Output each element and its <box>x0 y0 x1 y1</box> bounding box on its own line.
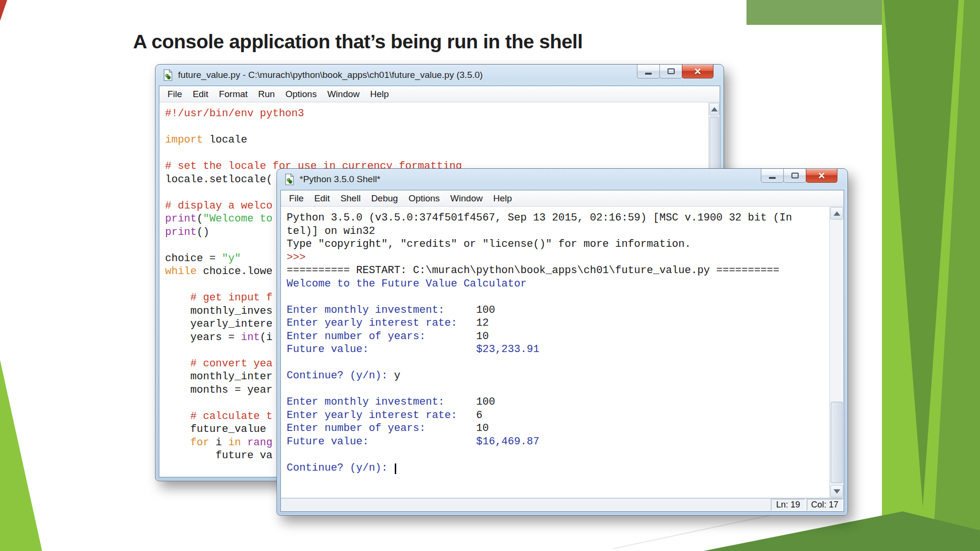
minimize-button[interactable] <box>761 169 784 183</box>
editor-window-title: future_value.py - C:\murach\python\book_… <box>178 70 483 80</box>
shell-line: Enter monthly investment: 100 <box>287 396 829 409</box>
editor-menubar: FileEditFormatRunOptionsWindowHelp <box>159 86 720 102</box>
maximize-button[interactable] <box>783 169 806 183</box>
shell-line: Enter yearly interest rate: 12 <box>287 317 829 330</box>
editor-scroll-up-button[interactable] <box>709 103 719 115</box>
code-line: #!/usr/bin/env python3 <box>165 107 708 121</box>
menu-item-format[interactable]: Format <box>213 89 253 99</box>
menu-item-run[interactable]: Run <box>253 89 280 99</box>
menu-item-window[interactable]: Window <box>445 193 488 204</box>
idle-shell-icon <box>283 173 296 186</box>
shell-line <box>287 290 829 304</box>
menu-item-shell[interactable]: Shell <box>335 193 366 204</box>
corner-accent-shape <box>0 0 7 21</box>
shell-line: >>> <box>287 251 829 264</box>
shell-scrollbar-thumb[interactable] <box>831 402 843 483</box>
minimize-button[interactable] <box>637 65 660 78</box>
shell-line: Welcome to the Future Value Calculator <box>287 277 829 291</box>
text-cursor <box>395 463 396 474</box>
shell-line: Continue? (y/n): <box>287 462 829 475</box>
code-line <box>165 147 708 160</box>
arrow-down-icon <box>834 489 840 494</box>
shell-line: Enter number of years: 10 <box>287 330 829 343</box>
page-title: A console application that’s being run i… <box>133 31 583 53</box>
shell-window-controls: ✕ <box>761 169 837 183</box>
menu-item-edit[interactable]: Edit <box>309 193 335 204</box>
shell-line: Type "copyright", "credits" or "license(… <box>287 238 829 251</box>
shell-scroll-up-button[interactable] <box>830 207 843 220</box>
bottom-left-green-wedge <box>0 360 42 551</box>
menu-item-edit[interactable]: Edit <box>188 89 214 99</box>
maximize-button[interactable] <box>659 65 682 78</box>
editor-window-controls: ✕ <box>637 65 713 78</box>
shell-line: Enter yearly interest rate: 6 <box>287 409 829 422</box>
arrow-up-icon <box>711 107 718 111</box>
menu-item-help[interactable]: Help <box>365 89 394 99</box>
close-icon: ✕ <box>818 171 825 180</box>
top-green-strip <box>746 0 882 25</box>
line-indicator: Ln: 19 <box>771 499 805 511</box>
menu-item-options[interactable]: Options <box>280 89 322 99</box>
minimize-icon <box>769 177 776 179</box>
arrow-up-icon <box>834 211 840 216</box>
idle-file-icon <box>162 69 174 81</box>
shell-line: Future value: $23,233.91 <box>287 343 829 356</box>
shell-line: tel)] on win32 <box>287 225 829 238</box>
shell-menubar: FileEditShellDebugOptionsWindowHelp <box>281 190 844 207</box>
shell-line: ========== RESTART: C:\murach\python\boo… <box>287 264 829 277</box>
maximize-icon <box>791 173 799 178</box>
editor-titlebar[interactable]: future_value.py - C:\murach\python\book_… <box>159 65 720 86</box>
minimize-icon <box>645 73 652 75</box>
column-indicator: Col: 17 <box>807 499 843 511</box>
shell-line: Future value: $16,469.87 <box>287 435 829 449</box>
close-icon: ✕ <box>694 67 702 76</box>
shell-window: *Python 3.5.0 Shell* ✕ FileEditShellDebu… <box>277 168 848 516</box>
close-button[interactable]: ✕ <box>806 169 837 183</box>
shell-scrollbar[interactable] <box>829 207 844 498</box>
maximize-icon <box>668 68 675 74</box>
menu-item-help[interactable]: Help <box>488 193 517 204</box>
slide: A console application that’s being run i… <box>0 0 980 551</box>
shell-text-area[interactable]: Python 3.5.0 (v3.5.0:374f501f4567, Sep 1… <box>281 207 844 498</box>
shell-line: Python 3.5.0 (v3.5.0:374f501f4567, Sep 1… <box>287 211 829 225</box>
shell-window-title: *Python 3.5.0 Shell* <box>300 174 380 185</box>
menu-item-file[interactable]: File <box>162 89 188 99</box>
shell-titlebar[interactable]: *Python 3.5.0 Shell* ✕ <box>280 169 844 190</box>
menu-item-options[interactable]: Options <box>403 193 445 204</box>
code-line: import locale <box>165 133 708 147</box>
shell-statusbar: Ln: 19 Col: 17 <box>281 498 844 511</box>
menu-item-window[interactable]: Window <box>322 89 365 99</box>
code-line <box>165 121 708 134</box>
shell-line: Enter number of years: 10 <box>287 422 829 435</box>
menu-item-file[interactable]: File <box>284 193 309 204</box>
shell-line <box>287 383 829 396</box>
shell-line <box>287 356 829 370</box>
menu-item-debug[interactable]: Debug <box>366 193 403 204</box>
shell-line: Enter monthly investment: 100 <box>287 304 829 317</box>
shell-line: Continue? (y/n): y <box>287 369 829 383</box>
shell-output: Python 3.5.0 (v3.5.0:374f501f4567, Sep 1… <box>281 207 829 474</box>
shell-scroll-down-button[interactable] <box>830 485 843 497</box>
shell-line <box>287 448 829 462</box>
shell-client-area: FileEditShellDebugOptionsWindowHelp Pyth… <box>280 190 844 512</box>
close-button[interactable]: ✕ <box>682 65 713 78</box>
